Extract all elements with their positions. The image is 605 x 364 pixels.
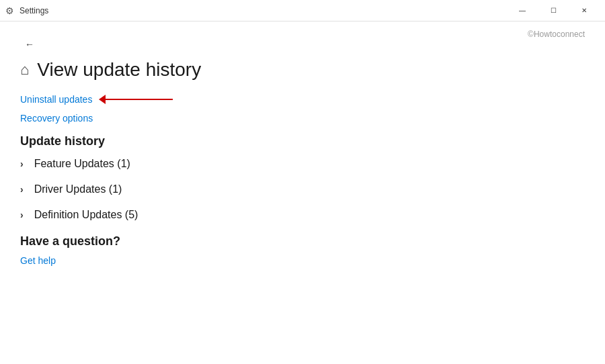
close-button[interactable]: ✕: [569, 0, 600, 21]
window-controls: — ☐ ✕: [507, 0, 600, 21]
get-help-link[interactable]: Get help: [20, 255, 585, 266]
page-header: ⌂ View update history: [20, 59, 585, 81]
uninstall-row: Uninstall updates: [20, 94, 585, 105]
feature-updates-label: Feature Updates (1): [34, 158, 130, 170]
titlebar-title: Settings: [19, 6, 507, 15]
home-icon: ⌂: [20, 61, 29, 79]
chevron-right-icon: ›: [20, 184, 24, 195]
back-button[interactable]: ←: [20, 35, 39, 54]
titlebar: ⚙ Settings — ☐ ✕: [0, 0, 605, 21]
update-history-heading: Update history: [20, 134, 585, 148]
feature-updates-item[interactable]: › Feature Updates (1): [20, 158, 585, 170]
settings-icon: ⚙: [5, 5, 14, 16]
question-section: Have a question? Get help: [20, 234, 585, 266]
update-history-section: Update history › Feature Updates (1) › D…: [20, 134, 585, 221]
page-title: View update history: [37, 59, 201, 81]
question-heading: Have a question?: [20, 234, 585, 248]
arrow-annotation: [99, 95, 173, 104]
chevron-right-icon: ›: [20, 158, 24, 169]
watermark: ©Howtoconnect: [528, 30, 585, 39]
back-row: ←: [20, 35, 585, 54]
chevron-right-icon: ›: [20, 210, 24, 220]
arrow-line: [106, 99, 173, 100]
recovery-options-link[interactable]: Recovery options: [20, 113, 585, 124]
arrow-head-icon: [99, 95, 106, 104]
uninstall-updates-link[interactable]: Uninstall updates: [20, 94, 92, 105]
driver-updates-item[interactable]: › Driver Updates (1): [20, 183, 585, 195]
driver-updates-label: Driver Updates (1): [34, 183, 122, 195]
definition-updates-label: Definition Updates (5): [34, 209, 138, 221]
maximize-button[interactable]: ☐: [538, 0, 569, 21]
definition-updates-item[interactable]: › Definition Updates (5): [20, 209, 585, 221]
minimize-button[interactable]: —: [507, 0, 538, 21]
content-area: ©Howtoconnect ← ⌂ View update history Un…: [0, 21, 605, 364]
